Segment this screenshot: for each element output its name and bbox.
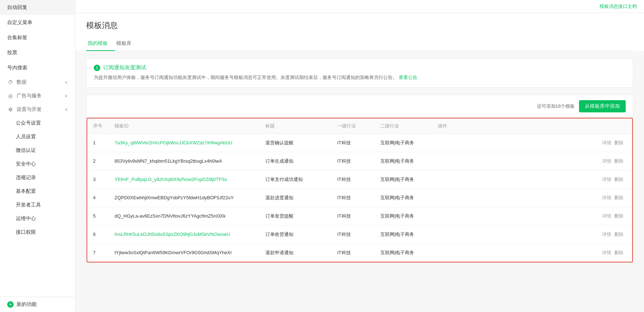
delete-link[interactable]: 删除 bbox=[614, 140, 624, 145]
sidebar-item-ops[interactable]: 运维中心 bbox=[16, 212, 75, 225]
new-feature-button[interactable]: + 新的功能 bbox=[0, 297, 75, 312]
cell-industry1: IT科技 bbox=[332, 134, 375, 152]
detail-link[interactable]: 详情 bbox=[602, 195, 611, 200]
delete-link[interactable]: 删除 bbox=[614, 195, 624, 200]
top-bar: 模板消息接口文档 bbox=[75, 0, 644, 13]
detail-link[interactable]: 详情 bbox=[602, 250, 611, 255]
cell-actions: 详情删除 bbox=[432, 152, 632, 170]
sidebar-item-collection-tag[interactable]: 合集标签 bbox=[0, 30, 75, 45]
gear-icon: ⚙ bbox=[7, 106, 14, 113]
cell-number: 6 bbox=[87, 225, 109, 243]
sidebar-item-api-permissions[interactable]: 接口权限 bbox=[16, 225, 75, 239]
cell-title: 订单支付成功通知 bbox=[260, 170, 332, 188]
table-header: 序号 模板ID 标题 一级行业 二级行业 操作 bbox=[87, 118, 632, 134]
cell-actions: 详情删除 bbox=[432, 243, 632, 262]
cell-actions: 详情删除 bbox=[432, 207, 632, 225]
notice-title: i 订阅通知灰度测试 bbox=[94, 64, 626, 71]
th-title: 标题 bbox=[260, 118, 332, 134]
detail-link[interactable]: 详情 bbox=[602, 140, 611, 145]
page-title: 模板消息 bbox=[86, 20, 633, 31]
tab-my-templates[interactable]: 我的模板 bbox=[86, 37, 115, 51]
content-area: 模板消息 我的模板 模板库 i 订阅通知灰度测试 为提升微信用户体验，服务号订阅… bbox=[75, 13, 644, 312]
section-label: 广告与服务 bbox=[17, 93, 42, 99]
sidebar-item-auto-reply[interactable]: 自动回复 bbox=[0, 0, 75, 15]
table-row: 5dQ_HGyLa-av6EzSxn7DNVttovJ6zYYAgcfImZ5n… bbox=[87, 207, 632, 225]
cell-industry1: IT科技 bbox=[332, 188, 375, 207]
delete-link[interactable]: 删除 bbox=[614, 177, 624, 182]
cell-industry2: 互联网|电子商务 bbox=[375, 207, 432, 225]
notice-desc: 为提升微信用户体验，服务号订阅通知功能灰度测试中，期间服务号模板消息可正常使用。… bbox=[94, 74, 626, 82]
tab-bar: 我的模板 模板库 bbox=[86, 37, 633, 51]
highlighted-table-wrapper: 序号 模板ID 标题 一级行业 二级行业 操作 17a3Ky_qWWVeI2HX… bbox=[87, 118, 633, 262]
settings-sub-menu: 公众号设置 人员设置 微信认证 安全中心 违规记录 基本配置 开发者工具 运维中… bbox=[0, 116, 75, 239]
sidebar-item-label: 自定义菜单 bbox=[7, 19, 32, 26]
template-id-link[interactable]: YEfmF_PuBpqLG_y8zhXq8iX9yfVow2FopDZi8j0T… bbox=[115, 177, 227, 182]
clock-icon: ⏱ bbox=[7, 79, 14, 85]
templates-table: 序号 模板ID 标题 一级行业 二级行业 操作 17a3Ky_qWWVeI2HX… bbox=[87, 118, 632, 262]
delete-link[interactable]: 删除 bbox=[614, 232, 624, 237]
delete-link[interactable]: 删除 bbox=[614, 158, 624, 164]
cell-template-id: YEfmF_PuBpqLG_y8zhXq8iX9yfVow2FopDZi8j0T… bbox=[109, 170, 260, 188]
table-row: 4ZQPD0XEwhhjlXmwEBDgYsbPzY5fdwH1dyBOF5Jf… bbox=[87, 188, 632, 207]
plus-icon: + bbox=[7, 301, 14, 308]
sidebar-item-staff-settings[interactable]: 人员设置 bbox=[16, 130, 75, 144]
cell-actions: 详情删除 bbox=[432, 170, 632, 188]
detail-link[interactable]: 详情 bbox=[602, 158, 611, 164]
cell-industry1: IT科技 bbox=[332, 152, 375, 170]
sidebar-section-ads[interactable]: ◎ 广告与服务 ∨ bbox=[0, 89, 75, 103]
sidebar-section-data[interactable]: ⏱ 数据 ∨ bbox=[0, 75, 75, 89]
sidebar-item-security[interactable]: 安全中心 bbox=[16, 157, 75, 171]
cell-title: 退货确认提醒 bbox=[260, 134, 332, 152]
th-action: 操作 bbox=[432, 118, 632, 134]
main-content: 模板消息接口文档 模板消息 我的模板 模板库 i 订阅通知灰度测试 为提升微信用… bbox=[75, 0, 644, 312]
page-header: 模板消息 我的模板 模板库 bbox=[75, 13, 644, 51]
chevron-down-icon: ∨ bbox=[65, 80, 68, 85]
content-body: i 订阅通知灰度测试 为提升微信用户体验，服务号订阅通知功能灰度测试中，期间服务… bbox=[75, 51, 644, 270]
remaining-text: 还可添加18个模板 bbox=[537, 103, 575, 110]
sidebar-item-label: 合集标签 bbox=[7, 34, 27, 41]
tab-template-library[interactable]: 模板库 bbox=[115, 37, 139, 51]
cell-number: 4 bbox=[87, 188, 109, 207]
sidebar-item-wechat-auth[interactable]: 微信认证 bbox=[16, 144, 75, 157]
cell-industry2: 互联网|电子商务 bbox=[375, 225, 432, 243]
cell-title: 订单收货通知 bbox=[260, 225, 332, 243]
cell-actions: 详情删除 bbox=[432, 225, 632, 243]
th-template-id: 模板ID bbox=[109, 118, 260, 134]
sidebar-item-dev-tools[interactable]: 开发者工具 bbox=[16, 198, 75, 212]
cell-title: 退款申请通知 bbox=[260, 243, 332, 262]
sidebar-item-search[interactable]: 号内搜索 bbox=[0, 60, 75, 75]
sidebar-item-account-settings[interactable]: 公众号设置 bbox=[16, 116, 75, 130]
cell-title: 退款进度通知 bbox=[260, 188, 332, 207]
section-label: 设置与开发 bbox=[17, 106, 42, 113]
sidebar-item-basic-config[interactable]: 基本配置 bbox=[16, 185, 75, 198]
detail-link[interactable]: 详情 bbox=[602, 177, 611, 182]
sidebar: 自动回复 自定义菜单 合集标签 投票 号内搜索 ⏱ 数据 ∨ ◎ 广告与服务 ∨… bbox=[0, 0, 75, 312]
cell-number: 5 bbox=[87, 207, 109, 225]
template-id-link[interactable]: 7a3Ky_qWWVeI2HXcPOjbWxrJJCbXWZdz7iHltwgA… bbox=[115, 140, 232, 145]
sidebar-item-label: 投票 bbox=[7, 50, 17, 56]
cell-actions: 详情删除 bbox=[432, 188, 632, 207]
notice-link[interactable]: 查看公告 bbox=[399, 75, 417, 80]
cell-title: 订单生成通知 bbox=[260, 152, 332, 170]
add-from-library-button[interactable]: 从模板库中添加 bbox=[579, 100, 626, 112]
template-id-link[interactable]: hrsLRhK5uLkOJh5Io6s5SpxZKO9hjG3sMSkVfsOw… bbox=[115, 232, 230, 237]
cell-number: 3 bbox=[87, 170, 109, 188]
detail-link[interactable]: 详情 bbox=[602, 213, 611, 219]
cell-industry1: IT科技 bbox=[332, 243, 375, 262]
cell-template-id: dQ_HGyLa-av6EzSxn7DNVttovJ6zYYAgcfImZ5nI… bbox=[109, 207, 260, 225]
table-row: 3YEfmF_PuBpqLG_y8zhXq8iX9yfVow2FopDZi8j0… bbox=[87, 170, 632, 188]
th-industry2: 二级行业 bbox=[375, 118, 432, 134]
detail-link[interactable]: 详情 bbox=[602, 232, 611, 237]
th-number: 序号 bbox=[87, 118, 109, 134]
cell-industry1: IT科技 bbox=[332, 225, 375, 243]
api-doc-link[interactable]: 模板消息接口文档 bbox=[599, 3, 637, 10]
new-feature-label: 新的功能 bbox=[17, 301, 37, 308]
delete-link[interactable]: 删除 bbox=[614, 213, 624, 219]
info-icon: i bbox=[94, 65, 100, 71]
sidebar-item-custom-menu[interactable]: 自定义菜单 bbox=[0, 15, 75, 30]
sidebar-item-vote[interactable]: 投票 bbox=[0, 45, 75, 60]
sidebar-item-violations[interactable]: 违规记录 bbox=[16, 171, 75, 185]
delete-link[interactable]: 删除 bbox=[614, 250, 624, 255]
sidebar-section-settings[interactable]: ⚙ 设置与开发 ∧ bbox=[0, 103, 75, 116]
cell-industry2: 互联网|电子商务 bbox=[375, 134, 432, 152]
